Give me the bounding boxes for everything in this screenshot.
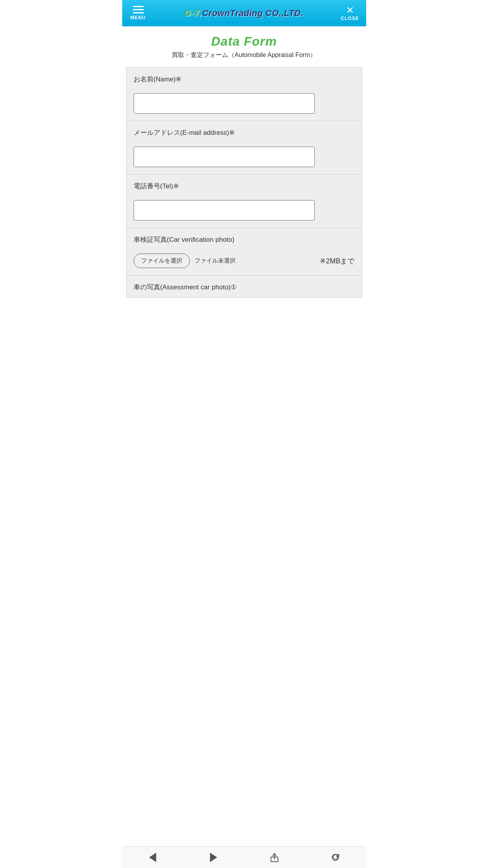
email-label-row: メールアドレス(E-mail address)※ bbox=[127, 121, 362, 143]
close-label: CLOSE bbox=[341, 16, 359, 21]
name-label: お名前(Name)※ bbox=[134, 75, 182, 83]
name-input[interactable] bbox=[134, 93, 315, 114]
name-label-row: お名前(Name)※ bbox=[127, 68, 362, 89]
page-title: Data Form bbox=[211, 34, 277, 48]
file-upload-row: ファイルを選択 ファイル未選択 ※2MBまで bbox=[127, 250, 362, 275]
name-field-section: お名前(Name)※ bbox=[126, 67, 362, 121]
hamburger-icon bbox=[133, 6, 144, 13]
car-verification-label-row: 車検証写真(Car verification photo) bbox=[127, 228, 362, 250]
page-body: Data Form 買取・査定フォーム（Automobile Appraisal… bbox=[122, 26, 366, 298]
email-field-section: メールアドレス(E-mail address)※ bbox=[126, 121, 362, 175]
menu-button[interactable]: MENU bbox=[128, 6, 148, 20]
name-input-row bbox=[127, 89, 362, 121]
page-subtitle: 買取・査定フォーム（Automobile Appraisal Form） bbox=[122, 51, 366, 59]
assessment-car-label-row: 車の写真(Assessment car photo)① bbox=[127, 276, 362, 297]
tel-label: 電話番号(Tel)※ bbox=[134, 182, 179, 190]
assessment-car-photo-section: 車の写真(Assessment car photo)① bbox=[126, 276, 362, 298]
tel-label-row: 電話番号(Tel)※ bbox=[127, 175, 362, 196]
file-choose-button[interactable]: ファイルを選択 bbox=[134, 254, 190, 268]
tel-input-row bbox=[127, 196, 362, 228]
tel-field-section: 電話番号(Tel)※ bbox=[126, 175, 362, 228]
file-size-limit: ※2MBまで bbox=[320, 256, 354, 266]
close-icon: ✕ bbox=[346, 6, 354, 15]
car-verification-label: 車検証写真(Car verification photo) bbox=[134, 236, 235, 243]
email-input-row bbox=[127, 143, 362, 174]
close-button[interactable]: ✕ CLOSE bbox=[340, 6, 360, 21]
menu-label: MENU bbox=[130, 15, 146, 20]
assessment-car-label: 車の写真(Assessment car photo)① bbox=[134, 283, 237, 291]
page-title-container: Data Form bbox=[122, 34, 366, 49]
main-content: Data Form 買取・査定フォーム（Automobile Appraisal… bbox=[122, 26, 366, 325]
tel-input[interactable] bbox=[134, 200, 315, 221]
car-verification-photo-section: 車検証写真(Car verification photo) ファイルを選択 ファ… bbox=[126, 228, 362, 276]
email-input[interactable] bbox=[134, 147, 315, 167]
file-no-selected-label: ファイル未選択 bbox=[194, 257, 236, 265]
email-label: メールアドレス(E-mail address)※ bbox=[134, 129, 235, 136]
logo-text: G-7.CrownTrading CO.,LTD. bbox=[185, 8, 304, 18]
app-logo: G-7.CrownTrading CO.,LTD. bbox=[148, 8, 340, 18]
app-header: MENU G-7.CrownTrading CO.,LTD. ✕ CLOSE bbox=[122, 0, 366, 26]
